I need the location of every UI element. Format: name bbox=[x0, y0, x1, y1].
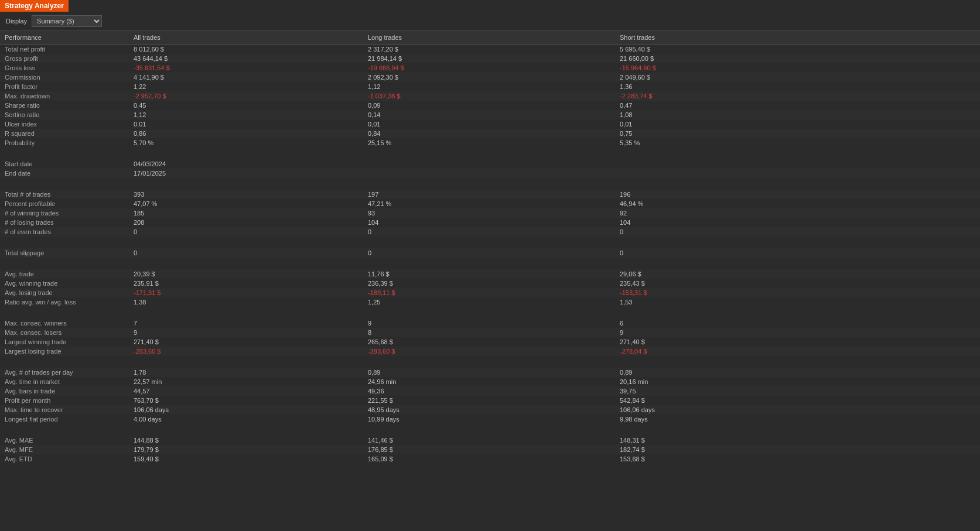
row-value: 2 092,30 $ bbox=[363, 73, 615, 82]
row-value: 9,98 days bbox=[615, 414, 980, 424]
row-value: 21 984,14 $ bbox=[363, 54, 615, 63]
table-row: Avg. losing trade-171,31 $-189,11 $-153,… bbox=[0, 288, 980, 297]
row-label: Avg. MAE bbox=[0, 436, 129, 445]
table-row: Avg. trade20,39 $11,76 $29,06 $ bbox=[0, 269, 980, 279]
table-row: Sortino ratio1,120,141,08 bbox=[0, 110, 980, 119]
table-container: Performance All trades Long trades Short… bbox=[0, 31, 980, 464]
row-value: 208 bbox=[129, 218, 363, 227]
display-select[interactable]: Summary ($)Summary (%)Per Trade bbox=[32, 15, 102, 27]
row-value: 20,39 $ bbox=[129, 269, 363, 279]
row-value: 7 bbox=[129, 318, 363, 328]
table-row: Ratio avg. win / avg. loss1,381,251,53 bbox=[0, 297, 980, 307]
row-value: 542,84 $ bbox=[615, 396, 980, 405]
table-row: Largest losing trade-283,60 $-283,60 $-2… bbox=[0, 347, 980, 356]
row-value: -15 964,60 $ bbox=[615, 63, 980, 73]
table-row: Percent profitable47,07 %47,21 %46,94 % bbox=[0, 199, 980, 208]
performance-table: Performance All trades Long trades Short… bbox=[0, 31, 980, 464]
table-row: Max. consec. winners796 bbox=[0, 318, 980, 328]
table-row: Sharpe ratio0,450,090,47 bbox=[0, 101, 980, 110]
row-value: 8 bbox=[363, 328, 615, 337]
row-value: -189,11 $ bbox=[363, 288, 615, 297]
table-row: Total net profit8 012,60 $2 317,20 $5 69… bbox=[0, 44, 980, 54]
table-row: Largest winning trade271,40 $265,68 $271… bbox=[0, 337, 980, 347]
row-label: Avg. trade bbox=[0, 269, 129, 279]
row-label: Avg. bars in trade bbox=[0, 386, 129, 396]
table-row: Avg. MFE179,79 $176,85 $182,74 $ bbox=[0, 445, 980, 454]
spacer-row bbox=[0, 178, 980, 190]
row-value: 0 bbox=[615, 227, 980, 237]
row-label: Max. time to recover bbox=[0, 405, 129, 414]
table-header-row: Performance All trades Long trades Short… bbox=[0, 31, 980, 44]
display-label: Display bbox=[6, 18, 27, 25]
row-value: 1,08 bbox=[615, 110, 980, 119]
row-value: 271,40 $ bbox=[129, 337, 363, 347]
row-label: Largest winning trade bbox=[0, 337, 129, 347]
row-value: 48,95 days bbox=[363, 405, 615, 414]
row-value: 0,89 bbox=[363, 368, 615, 377]
row-label: Avg. winning trade bbox=[0, 279, 129, 288]
table-row: Longest flat period4,00 days10,99 days9,… bbox=[0, 414, 980, 424]
row-value: 1,25 bbox=[363, 297, 615, 307]
table-row: # of losing trades208104104 bbox=[0, 218, 980, 227]
row-value: -171,31 $ bbox=[129, 288, 363, 297]
row-label: Profit factor bbox=[0, 82, 129, 91]
row-value: 235,91 $ bbox=[129, 279, 363, 288]
row-label: Total net profit bbox=[0, 44, 129, 54]
table-row: Avg. # of trades per day1,780,890,89 bbox=[0, 368, 980, 377]
row-label: Largest losing trade bbox=[0, 347, 129, 356]
row-label: Avg. time in market bbox=[0, 377, 129, 386]
row-value: 92 bbox=[615, 208, 980, 218]
table-row: Avg. bars in trade44,5749,3639,75 bbox=[0, 386, 980, 396]
row-value: 104 bbox=[615, 218, 980, 227]
row-value: 46,94 % bbox=[615, 199, 980, 208]
row-value bbox=[363, 159, 615, 169]
row-value: 93 bbox=[363, 208, 615, 218]
row-value: 0 bbox=[129, 248, 363, 258]
row-value: 04/03/2024 bbox=[129, 159, 363, 169]
row-value: 141,46 $ bbox=[363, 436, 615, 445]
header-long-trades: Long trades bbox=[363, 31, 615, 44]
row-value: 49,36 bbox=[363, 386, 615, 396]
row-value: 0,75 bbox=[615, 129, 980, 138]
row-value: -19 666,94 $ bbox=[363, 63, 615, 73]
row-value: -283,60 $ bbox=[129, 347, 363, 356]
row-label: Max. drawdown bbox=[0, 91, 129, 101]
row-value: -35 631,54 $ bbox=[129, 63, 363, 73]
row-value: -2 952,70 $ bbox=[129, 91, 363, 101]
row-label: Total # of trades bbox=[0, 190, 129, 199]
row-value: 2 049,60 $ bbox=[615, 73, 980, 82]
row-value: 179,79 $ bbox=[129, 445, 363, 454]
row-value: 0 bbox=[129, 227, 363, 237]
row-label: Avg. losing trade bbox=[0, 288, 129, 297]
row-value bbox=[615, 169, 980, 178]
row-value: 185 bbox=[129, 208, 363, 218]
row-label: Gross profit bbox=[0, 54, 129, 63]
row-label: # of losing trades bbox=[0, 218, 129, 227]
row-label: Sortino ratio bbox=[0, 110, 129, 119]
row-value: 25,15 % bbox=[363, 138, 615, 148]
table-row: Gross loss-35 631,54 $-19 666,94 $-15 96… bbox=[0, 63, 980, 73]
row-label: R squared bbox=[0, 129, 129, 138]
row-value: 153,68 $ bbox=[615, 454, 980, 464]
table-row: Profit factor1,221,121,36 bbox=[0, 82, 980, 91]
title-bar: Strategy Analyzer bbox=[0, 0, 980, 12]
row-value: 0,01 bbox=[615, 119, 980, 129]
header-all-trades: All trades bbox=[129, 31, 363, 44]
row-value: 0,09 bbox=[363, 101, 615, 110]
row-value: 0 bbox=[615, 248, 980, 258]
row-value: 9 bbox=[129, 328, 363, 337]
row-label: Total slippage bbox=[0, 248, 129, 258]
row-value: 0,47 bbox=[615, 101, 980, 110]
row-label: # of winning trades bbox=[0, 208, 129, 218]
row-value: 0 bbox=[363, 227, 615, 237]
row-value: -153,31 $ bbox=[615, 288, 980, 297]
table-row: Start date04/03/2024 bbox=[0, 159, 980, 169]
row-value: 236,39 $ bbox=[363, 279, 615, 288]
row-label: Ratio avg. win / avg. loss bbox=[0, 297, 129, 307]
spacer-row bbox=[0, 148, 980, 159]
spacer-row bbox=[0, 258, 980, 269]
row-label: Start date bbox=[0, 159, 129, 169]
row-value: 8 012,60 $ bbox=[129, 44, 363, 54]
table-row: Max. drawdown-2 952,70 $-1 037,38 $-2 28… bbox=[0, 91, 980, 101]
row-label: Percent profitable bbox=[0, 199, 129, 208]
